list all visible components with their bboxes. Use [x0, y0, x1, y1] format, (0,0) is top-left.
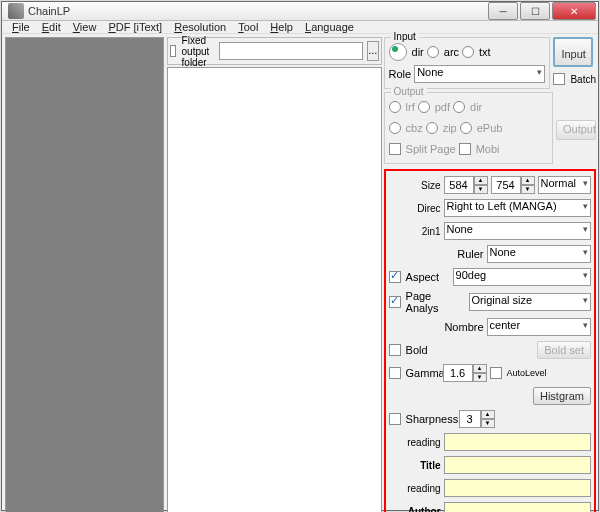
size-w-spinner[interactable]: ▲▼ [444, 176, 488, 194]
preview-panel [5, 37, 164, 512]
fixed-output-field[interactable] [219, 42, 363, 60]
menu-view[interactable]: View [73, 21, 97, 33]
output-button: Output [556, 120, 596, 140]
menu-help[interactable]: Help [270, 21, 293, 33]
fixed-output-label: Fixed output folder [182, 35, 215, 68]
input-arc-radio[interactable] [427, 46, 439, 58]
output-legend: Output [391, 86, 427, 97]
boldset-button: Bold set [537, 341, 591, 359]
maximize-button[interactable]: ☐ [520, 2, 550, 20]
reading1-field[interactable] [444, 433, 591, 451]
menu-file[interactable]: File [12, 21, 30, 33]
menu-language[interactable]: Language [305, 21, 354, 33]
input-button[interactable]: Input [553, 37, 593, 67]
window-title: ChainLP [28, 5, 486, 17]
autolevel-checkbox[interactable] [490, 367, 502, 379]
nombre-select[interactable]: center [487, 318, 591, 336]
pageanalys-checkbox[interactable] [389, 296, 401, 308]
gamma-spinner[interactable]: ▲▼ [443, 364, 487, 382]
sharpness-checkbox[interactable] [389, 413, 401, 425]
app-icon [8, 3, 24, 19]
batch-checkbox[interactable] [553, 73, 565, 85]
right-panel: Input dir arc txt Role None Input Batch [382, 34, 598, 512]
input-txt-radio[interactable] [462, 46, 474, 58]
ruler-select[interactable]: None [487, 245, 591, 263]
role-select[interactable]: None [414, 65, 545, 83]
app-window: ChainLP ─ ☐ ✕ File Edit View PDF [iText]… [1, 1, 599, 511]
mid-panel: Fixed output folder ... Output imag ▲▼ [167, 37, 382, 512]
menu-resolution[interactable]: Resolution [174, 21, 226, 33]
author-field[interactable] [444, 502, 591, 512]
reading2-field[interactable] [444, 479, 591, 497]
aspect-checkbox[interactable] [389, 271, 401, 283]
options-group: Size ▲▼ ▲▼ Normal Direc Right to Left (M… [384, 169, 596, 512]
title-field[interactable] [444, 456, 591, 474]
menubar: File Edit View PDF [iText] Resolution To… [2, 21, 598, 34]
fixed-output-checkbox[interactable] [170, 45, 176, 57]
size-h-spinner[interactable]: ▲▼ [491, 176, 535, 194]
size-mode-select[interactable]: Normal [538, 176, 591, 194]
aspect-select[interactable]: 90deg [453, 268, 591, 286]
histgram-button[interactable]: Histgram [533, 387, 591, 405]
2in1-select[interactable]: None [444, 222, 591, 240]
minimize-button[interactable]: ─ [488, 2, 518, 20]
menu-tool[interactable]: Tool [238, 21, 258, 33]
sharpness-spinner[interactable]: ▲▼ [459, 410, 495, 428]
input-legend: Input [391, 31, 419, 42]
titlebar: ChainLP ─ ☐ ✕ [2, 2, 598, 21]
direc-select[interactable]: Right to Left (MANGA) [444, 199, 591, 217]
close-button[interactable]: ✕ [552, 2, 596, 20]
bold-checkbox[interactable] [389, 344, 401, 356]
input-dir-radio[interactable] [389, 43, 407, 61]
gamma-checkbox[interactable] [389, 367, 401, 379]
menu-pdf[interactable]: PDF [iText] [108, 21, 162, 33]
menu-edit[interactable]: Edit [42, 21, 61, 33]
pageanalys-select[interactable]: Original size [469, 293, 591, 311]
file-list[interactable] [167, 67, 382, 512]
browse-button[interactable]: ... [367, 41, 379, 61]
